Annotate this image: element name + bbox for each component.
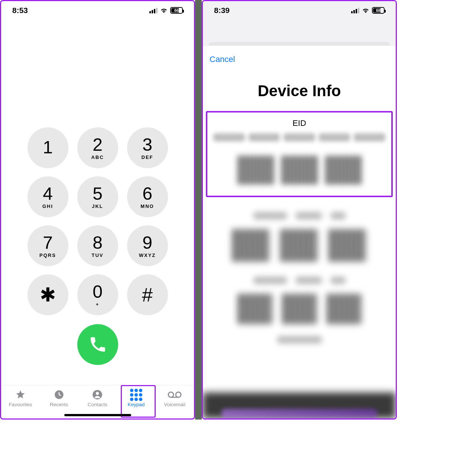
- home-indicator[interactable]: [64, 414, 131, 416]
- device-info-sheet: Cancel Device Info EID: [203, 46, 396, 418]
- tab-label: Voicemail: [164, 402, 185, 407]
- eid-section: EID: [206, 111, 393, 197]
- key-star[interactable]: ✱: [27, 274, 68, 315]
- tab-label: Favourites: [9, 402, 32, 407]
- key-7[interactable]: 7PQRS: [27, 225, 68, 266]
- call-button[interactable]: [77, 324, 118, 365]
- tab-label: Keypad: [127, 402, 145, 407]
- key-2[interactable]: 2ABC: [77, 127, 118, 168]
- tab-label: Recents: [50, 402, 68, 407]
- cellular-icon: [149, 8, 158, 13]
- status-right: 68: [351, 7, 385, 14]
- key-1[interactable]: 1: [27, 127, 68, 168]
- eid-value-redacted: [211, 133, 388, 141]
- page-title: Device Info: [203, 82, 396, 100]
- key-9[interactable]: 9WXYZ: [127, 225, 168, 266]
- key-6[interactable]: 6MNO: [127, 176, 168, 217]
- tab-voicemail[interactable]: Voicemail: [155, 388, 194, 418]
- tab-bar: Favourites Recents Contacts Keypad Voice…: [1, 385, 194, 418]
- key-5[interactable]: 5JKL: [77, 176, 118, 217]
- key-3[interactable]: 3DEF: [127, 127, 168, 168]
- status-bar: 8:53 66: [1, 1, 194, 20]
- status-time: 8:39: [214, 6, 230, 15]
- key-hash[interactable]: #: [127, 274, 168, 315]
- svg-point-3: [168, 392, 174, 397]
- status-right: 66: [149, 7, 183, 14]
- key-8[interactable]: 8TUV: [77, 225, 118, 266]
- status-time: 8:53: [12, 6, 28, 15]
- battery-icon: 68: [372, 7, 385, 14]
- status-bar: 8:39 68: [203, 1, 396, 20]
- voicemail-icon: [167, 389, 182, 400]
- keypad-icon: [130, 389, 142, 400]
- phone-device-info-screen: 8:39 68 Cancel Device Info EID: [202, 0, 397, 420]
- svg-point-4: [176, 392, 181, 397]
- key-0[interactable]: 0+: [77, 274, 118, 315]
- info-section-redacted: [203, 277, 396, 324]
- tab-label: Contacts: [88, 402, 107, 407]
- cancel-button[interactable]: Cancel: [203, 52, 396, 64]
- keypad-area: 1 2ABC 3DEF 4GHI 5JKL 6MNO 7PQRS 8TUV 9W…: [1, 20, 194, 385]
- tab-favourites[interactable]: Favourites: [1, 388, 40, 418]
- cellular-icon: [351, 8, 359, 13]
- svg-point-2: [96, 392, 99, 395]
- key-4[interactable]: 4GHI: [27, 176, 68, 217]
- eid-label: EID: [211, 118, 388, 128]
- wifi-icon: [160, 7, 168, 14]
- info-section-redacted: [203, 336, 396, 343]
- star-icon: [15, 389, 26, 400]
- clock-icon: [54, 389, 64, 400]
- keypad-grid: 1 2ABC 3DEF 4GHI 5JKL 6MNO 7PQRS 8TUV 9W…: [27, 127, 168, 315]
- sheet-backdrop: [203, 20, 396, 46]
- person-icon: [92, 389, 103, 400]
- info-section-redacted: [203, 212, 396, 262]
- eid-barcode-redacted: [211, 156, 388, 185]
- annotation-highlight-bottom: [221, 409, 377, 418]
- phone-keypad-screen: 8:53 66 1 2ABC 3DEF 4GHI 5JKL 6MNO 7PQRS…: [0, 0, 195, 420]
- wifi-icon: [362, 7, 370, 14]
- battery-icon: 66: [170, 7, 183, 14]
- phone-icon: [89, 336, 106, 353]
